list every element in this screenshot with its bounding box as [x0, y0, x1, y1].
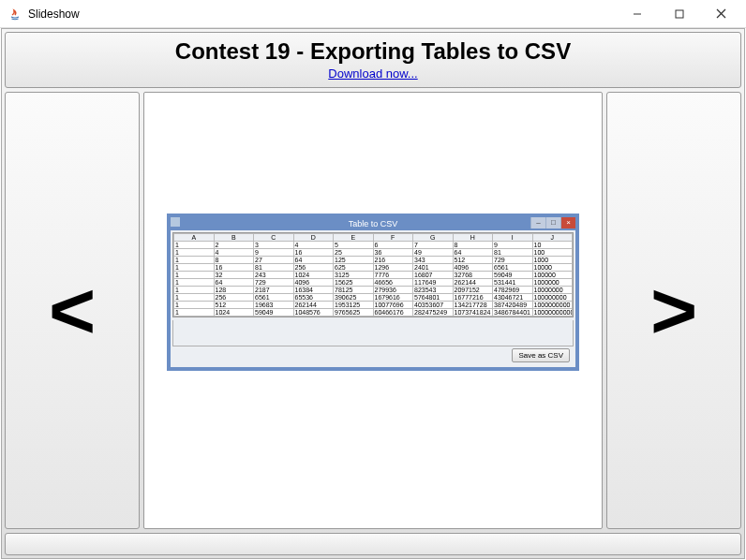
- minimize-button[interactable]: [616, 1, 658, 27]
- table-cell: 25: [334, 248, 374, 256]
- table-cell: 134217728: [453, 301, 493, 308]
- table-cell: 2: [214, 241, 254, 248]
- next-button[interactable]: >: [606, 92, 741, 529]
- table-cell: 256: [293, 263, 334, 271]
- column-header: F: [373, 233, 413, 241]
- table-cell: 1: [174, 278, 215, 286]
- table-empty-area: [172, 320, 574, 346]
- table-cell: 7776: [373, 271, 413, 278]
- table-cell: 282475249: [413, 308, 454, 316]
- close-button[interactable]: [700, 1, 742, 27]
- table-row: 149162536496481100: [174, 248, 573, 256]
- table-cell: 4096: [453, 263, 493, 271]
- table-cell: 32: [214, 271, 254, 278]
- table-cell: 823543: [413, 286, 454, 293]
- table-cell: 3486784401: [493, 308, 533, 316]
- table-cell: 4: [293, 241, 334, 248]
- column-header: D: [293, 233, 334, 241]
- table-cell: 1000000: [532, 278, 573, 286]
- prev-button[interactable]: <: [5, 92, 140, 529]
- table-cell: 4: [214, 248, 254, 256]
- table-cell: 8: [453, 241, 493, 248]
- embedded-window: Table to CSV – □ × ABCDEFGHIJ12345678910…: [167, 214, 579, 371]
- table-cell: 729: [254, 278, 294, 286]
- table-row: 1647294096156254665611764926214453144110…: [174, 278, 573, 286]
- table-cell: 2097152: [453, 286, 493, 293]
- table-cell: 15625: [334, 278, 374, 286]
- footer-panel: [5, 533, 741, 555]
- embedded-close-icon: ×: [560, 217, 575, 228]
- table-cell: 100: [532, 248, 573, 256]
- save-as-csv-button: Save as CSV: [512, 348, 570, 362]
- table-cell: 256: [214, 293, 254, 301]
- table-cell: 512: [214, 301, 254, 308]
- table-cell: 46656: [373, 278, 413, 286]
- table-cell: 59049: [493, 271, 533, 278]
- table-cell: 9: [493, 241, 533, 248]
- maximize-button[interactable]: [658, 1, 700, 27]
- table-cell: 65536: [293, 293, 334, 301]
- java-icon: [7, 7, 22, 22]
- column-header: J: [532, 233, 573, 241]
- table-cell: 625: [334, 263, 374, 271]
- table-cell: 3125: [334, 271, 374, 278]
- table-cell: 1024: [293, 271, 334, 278]
- svg-rect-1: [676, 10, 683, 18]
- table-cell: 729: [493, 256, 533, 263]
- table-cell: 40353607: [413, 301, 454, 308]
- table-cell: 100000: [532, 271, 573, 278]
- table-cell: 36: [373, 248, 413, 256]
- table-cell: 8: [214, 256, 254, 263]
- table-cell: 16807: [413, 271, 454, 278]
- table-cell: 387420489: [493, 301, 533, 308]
- table-cell: 1: [174, 271, 215, 278]
- table-cell: 1024: [214, 308, 254, 316]
- table-cell: 1073741824: [453, 308, 493, 316]
- table-cell: 9: [254, 248, 294, 256]
- table-row: 1256656165536390625167961657648011677721…: [174, 293, 573, 301]
- embedded-window-titlebar: Table to CSV – □ ×: [171, 217, 575, 230]
- table-cell: 1000000000: [532, 301, 573, 308]
- column-header: G: [413, 233, 454, 241]
- table-cell: 10000: [532, 263, 573, 271]
- table-cell: 1: [174, 263, 215, 271]
- embedded-minimize-icon: –: [530, 217, 545, 228]
- table-cell: 4782969: [493, 286, 533, 293]
- table-cell: 2401: [413, 263, 454, 271]
- table-cell: 81: [493, 248, 533, 256]
- table-cell: 6561: [493, 263, 533, 271]
- table-cell: 9765625: [334, 308, 374, 316]
- app-frame: Contest 19 - Exporting Tables to CSV Dow…: [1, 28, 745, 559]
- table-cell: 1: [174, 248, 215, 256]
- table-cell: 1: [174, 286, 215, 293]
- table-cell: 390625: [334, 293, 374, 301]
- table-cell: 49: [413, 248, 454, 256]
- page-title: Contest 19 - Exporting Tables to CSV: [11, 38, 735, 65]
- window-titlebar: Slideshow: [0, 0, 746, 28]
- table-row: 1102459049104857697656256046617628247524…: [174, 308, 573, 316]
- column-header: E: [334, 233, 374, 241]
- table-row: 11681256625129624014096656110000: [174, 263, 573, 271]
- column-header: I: [493, 233, 533, 241]
- table-cell: 216: [373, 256, 413, 263]
- table-cell: 531441: [493, 278, 533, 286]
- table-cell: 19683: [254, 301, 294, 308]
- table-cell: 5: [334, 241, 374, 248]
- table-cell: 117649: [413, 278, 454, 286]
- column-header: A: [174, 233, 215, 241]
- table-cell: 43046721: [493, 293, 533, 301]
- table-cell: 64: [293, 256, 334, 263]
- table-cell: 81: [254, 263, 294, 271]
- data-table: ABCDEFGHIJ123456789101491625364964811001…: [172, 232, 574, 317]
- table-cell: 78125: [334, 286, 374, 293]
- embedded-maximize-icon: □: [545, 217, 560, 228]
- table-cell: 6561: [254, 293, 294, 301]
- download-link[interactable]: Download now...: [328, 66, 417, 81]
- table-cell: 16384: [293, 286, 334, 293]
- table-cell: 100000000: [532, 293, 573, 301]
- table-cell: 10000000: [532, 286, 573, 293]
- table-cell: 1: [174, 301, 215, 308]
- table-cell: 2187: [254, 286, 294, 293]
- slide-area: Table to CSV – □ × ABCDEFGHIJ12345678910…: [143, 92, 603, 529]
- table-cell: 16: [293, 248, 334, 256]
